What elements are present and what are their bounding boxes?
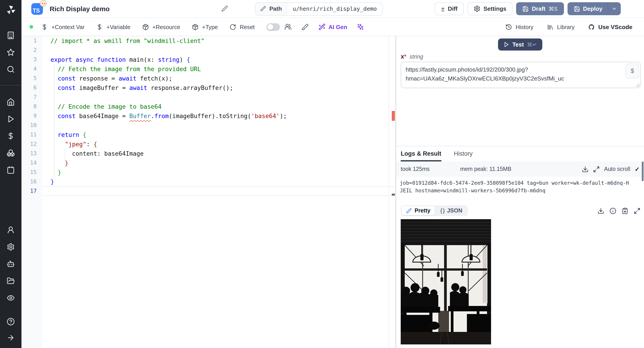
code-line[interactable]: 8 // Encode the image to base64 xyxy=(22,102,395,112)
sidebar-item-dollar[interactable] xyxy=(3,128,19,144)
sidebar-item-folder-open[interactable] xyxy=(3,273,19,288)
sidebar-item-help-circle[interactable] xyxy=(3,314,19,329)
code-line-text xyxy=(42,46,395,55)
line-number: 13 xyxy=(22,149,42,158)
arrow-right-icon xyxy=(7,334,15,342)
line-number: 2 xyxy=(22,46,42,55)
argument-value[interactable]: https://fastly.picsum.photos/id/192/200/… xyxy=(401,62,640,86)
line-number: 1 xyxy=(22,36,42,46)
sidebar-item-user[interactable] xyxy=(3,222,19,238)
auto-scroll-label[interactable]: Auto scroll xyxy=(604,166,630,172)
sidebar-item-eye[interactable] xyxy=(3,290,19,306)
view-json-button[interactable]: { } JSON xyxy=(436,206,467,215)
json-label: JSON xyxy=(447,208,462,214)
code-line[interactable]: 13 content: base64Image xyxy=(22,149,395,158)
ai-gen-button[interactable]: AI Gen xyxy=(318,23,347,30)
auto-scroll-check-icon[interactable]: ✓ xyxy=(634,166,640,172)
test-button[interactable]: Test ⌘↵ xyxy=(498,38,542,50)
expand-logs-icon[interactable] xyxy=(593,166,600,172)
sidebar-item-arrow-right[interactable] xyxy=(3,330,19,345)
error-marker xyxy=(392,111,395,121)
panel-scrollbar[interactable] xyxy=(642,162,644,181)
draft-button[interactable]: Draft ⌘S xyxy=(516,2,564,15)
windmill-logo-icon xyxy=(5,4,16,15)
left-sidebar xyxy=(0,0,22,348)
sidebar-item-search[interactable] xyxy=(3,62,19,77)
tab-history[interactable]: History xyxy=(454,150,473,162)
code-line[interactable]: 2 xyxy=(22,46,395,55)
deploy-button[interactable]: Deploy xyxy=(567,2,621,15)
sidebar-item-star[interactable] xyxy=(3,45,19,60)
toolbar-button-reset[interactable]: Reset xyxy=(230,24,255,30)
code-line[interactable]: 7 xyxy=(22,92,395,102)
code-line[interactable]: 16} xyxy=(22,177,395,186)
sidebar-item-bot[interactable] xyxy=(3,256,19,272)
code-line[interactable]: 5 const response = await fetch(x); xyxy=(22,74,395,83)
history-label: History xyxy=(516,24,534,30)
diff-button[interactable]: ± Diff xyxy=(435,2,464,15)
path-field[interactable]: Path u/henri/rich_display_demo xyxy=(255,2,382,16)
package-icon xyxy=(142,24,149,30)
download-result-icon[interactable] xyxy=(598,207,604,214)
code-line[interactable]: 4 // Fetch the image from the provided U… xyxy=(22,64,395,74)
download-logs-icon[interactable] xyxy=(582,166,588,172)
line-number: 5 xyxy=(22,74,42,83)
windmill-logo[interactable] xyxy=(5,1,16,19)
sidebar-item-play[interactable] xyxy=(3,112,19,126)
library-icon xyxy=(547,24,554,30)
chevron-down-icon[interactable] xyxy=(611,6,617,12)
result-section: Pretty { } JSON xyxy=(401,205,640,344)
toolbar-button-library[interactable]: Library xyxy=(547,24,574,30)
toolbar-button-type[interactable]: +Type xyxy=(192,24,218,30)
code-line-text: } xyxy=(42,168,395,177)
sidebar-item-boxes[interactable] xyxy=(3,145,19,160)
page-title: Rich Display demo xyxy=(50,5,110,12)
code-line[interactable]: 3export async function main(x: string) { xyxy=(22,55,395,64)
sidebar-item-calendar[interactable] xyxy=(3,162,19,178)
settings-button[interactable]: Settings xyxy=(467,2,513,15)
code-line[interactable]: 17 xyxy=(22,186,395,196)
code-line[interactable]: 10 xyxy=(22,121,395,130)
toolbar-button-use-vscode[interactable]: Use VScode xyxy=(588,24,632,30)
github-icon xyxy=(588,24,595,30)
sparkles-icon[interactable] xyxy=(357,23,364,30)
code-editor[interactable]: 1// import * as wmill from "windmill-cli… xyxy=(22,36,395,348)
sidebar-item-settings[interactable] xyxy=(3,239,19,254)
user-icon xyxy=(7,226,15,234)
line-number: 7 xyxy=(22,92,42,102)
line-number: 14 xyxy=(22,158,42,168)
edit-title-icon[interactable] xyxy=(222,5,228,12)
sidebar-item-building[interactable] xyxy=(3,28,19,43)
code-line[interactable]: 14 } xyxy=(22,158,395,168)
diff-mode-toggle[interactable] xyxy=(266,23,280,31)
toolbar-button-history[interactable]: History xyxy=(505,24,534,30)
dollar-icon xyxy=(41,24,48,30)
users-icon[interactable] xyxy=(284,23,291,30)
code-line[interactable]: 12 "jpeg": { xyxy=(22,140,395,149)
indent-guide xyxy=(54,64,54,177)
search-icon xyxy=(7,65,15,73)
brush-icon[interactable] xyxy=(301,23,308,30)
sidebar-item-home[interactable] xyxy=(3,94,19,110)
code-line[interactable]: 9 const base64Image = Buffer.from(imageB… xyxy=(22,112,395,121)
info-icon[interactable] xyxy=(610,207,616,214)
code-line[interactable]: 1// import * as wmill from "windmill-cli… xyxy=(22,36,395,46)
view-pretty-button[interactable]: Pretty xyxy=(402,206,435,215)
code-line[interactable]: 15 } xyxy=(22,168,395,177)
tab-logs-result[interactable]: Logs & Result xyxy=(401,150,442,162)
code-lines: 1// import * as wmill from "windmill-cli… xyxy=(22,36,395,196)
code-line[interactable]: 11 return { xyxy=(22,130,395,140)
expand-result-icon[interactable] xyxy=(634,207,640,214)
toggle-track[interactable] xyxy=(266,23,280,31)
copy-result-icon[interactable] xyxy=(622,207,628,214)
result-image xyxy=(401,219,491,344)
test-label: Test xyxy=(512,41,524,48)
code-line[interactable]: 6 const imageBuffer = await response.arr… xyxy=(22,83,395,92)
save-icon xyxy=(574,6,580,12)
toolbar-button-context-var[interactable]: +Context Var xyxy=(41,24,84,30)
argument-input[interactable]: https://fastly.picsum.photos/id/192/200/… xyxy=(401,62,641,88)
toolbar-button-variable[interactable]: +Variable xyxy=(96,24,130,30)
calendar-icon xyxy=(7,166,15,174)
insert-variable-button[interactable]: $ xyxy=(626,64,639,78)
toolbar-button-resource[interactable]: +Resource xyxy=(142,24,180,30)
